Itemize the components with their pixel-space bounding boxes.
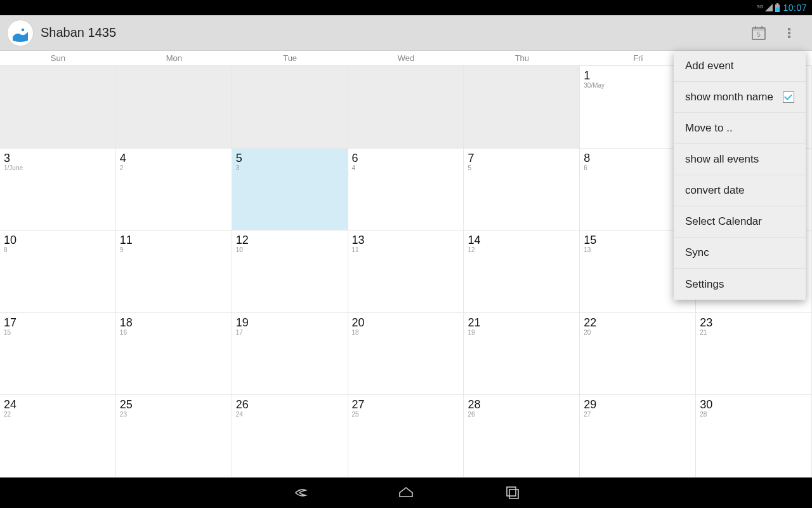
gregorian-sub-label: 10 [236, 247, 344, 253]
menu-item-label: Settings [685, 278, 724, 291]
menu-sync[interactable]: Sync [674, 237, 806, 269]
svg-rect-11 [788, 36, 790, 38]
calendar-cell[interactable]: 2927 [580, 395, 696, 478]
menu-settings[interactable]: Settings [674, 269, 806, 300]
gregorian-sub-label: 9 [120, 247, 228, 253]
day-number: 19 [236, 317, 344, 328]
calendar-cell [464, 66, 580, 149]
weekday-label: Thu [464, 51, 580, 66]
gregorian-sub-label: 19 [468, 330, 575, 336]
calendar-cell [116, 66, 232, 149]
gregorian-sub-label: 17 [236, 330, 344, 336]
page-title[interactable]: Shaban 1435 [41, 25, 116, 40]
day-number: 4 [120, 152, 228, 164]
svg-rect-13 [509, 490, 518, 498]
calendar-cell[interactable]: 2321 [696, 313, 812, 396]
calendar-cell[interactable]: 2018 [348, 313, 464, 396]
calendar-cell[interactable]: 42 [116, 149, 232, 231]
calendar-cell[interactable]: 1412 [464, 231, 580, 313]
menu-item-label: show month name [685, 91, 773, 104]
svg-rect-12 [507, 487, 516, 496]
menu-item-label: convert date [685, 184, 745, 197]
calendar-cell[interactable]: 2725 [348, 395, 464, 478]
gregorian-sub-label: 5 [468, 165, 575, 171]
overflow-menu: Add event show month name Move to .. sho… [674, 51, 806, 300]
calendar-cell[interactable]: 2624 [232, 395, 348, 478]
weekday-label: Tue [232, 51, 348, 66]
menu-show-all-events[interactable]: show all events [674, 144, 806, 175]
today-badge-number: 5 [757, 31, 761, 38]
overflow-menu-button[interactable] [774, 18, 804, 48]
calendar-cell[interactable]: 1917 [232, 313, 348, 396]
calendar-cell[interactable]: 64 [348, 149, 464, 231]
day-number: 14 [468, 234, 575, 246]
calendar-cell[interactable]: 2523 [116, 395, 232, 478]
weekday-label: Wed [348, 51, 464, 66]
calendar-cell[interactable]: 53 [232, 149, 348, 231]
calendar-cell[interactable]: 1816 [116, 313, 232, 396]
gregorian-sub-label: 23 [120, 411, 228, 418]
svg-point-4 [22, 28, 24, 30]
day-number: 7 [468, 152, 575, 164]
calendar-cell[interactable]: 2826 [464, 395, 580, 478]
day-number: 12 [236, 234, 344, 246]
app-icon[interactable] [8, 20, 33, 46]
day-number: 27 [352, 399, 460, 410]
calendar-cell[interactable]: 2119 [464, 313, 580, 396]
calendar-cell[interactable]: 3028 [696, 395, 812, 478]
menu-show-month-name[interactable]: show month name [674, 82, 806, 113]
calendar-cell[interactable]: 1311 [348, 231, 464, 313]
svg-rect-1 [776, 3, 778, 4]
calendar-cell[interactable]: 1210 [232, 231, 348, 313]
back-button[interactable] [284, 478, 315, 508]
day-number: 29 [584, 399, 691, 410]
day-number: 11 [120, 234, 228, 246]
gregorian-sub-label: 21 [700, 330, 808, 336]
menu-item-label: show all events [685, 153, 759, 166]
calendar-cell [348, 66, 464, 149]
app-bar: Shaban 1435 5 [0, 15, 812, 51]
gregorian-sub-label: 11 [352, 247, 460, 253]
weekday-label: Sun [0, 51, 116, 66]
calendar-cell[interactable]: 2220 [580, 313, 696, 396]
android-status-bar: 3G 10:07 [0, 0, 812, 15]
gregorian-sub-label: 18 [352, 330, 460, 336]
menu-item-label: Add event [685, 60, 734, 72]
gregorian-sub-label: 27 [584, 411, 691, 418]
calendar-cell[interactable]: 119 [116, 231, 232, 313]
home-button[interactable] [391, 478, 421, 508]
day-number: 28 [468, 399, 575, 410]
signal-icon [764, 3, 773, 12]
menu-convert-date[interactable]: convert date [674, 175, 806, 206]
day-number: 21 [468, 317, 575, 328]
network-label: 3G [757, 3, 764, 10]
gregorian-sub-label: 24 [236, 411, 344, 418]
menu-select-calendar[interactable]: Select Calendar [674, 206, 806, 237]
gregorian-sub-label: 28 [700, 411, 808, 418]
calendar-cell[interactable]: 75 [464, 149, 580, 231]
gregorian-sub-label: 8 [4, 247, 112, 253]
calendar-cell [0, 66, 116, 149]
day-number: 6 [352, 152, 460, 164]
checkbox-checked-icon[interactable] [783, 91, 794, 103]
gregorian-sub-label: 22 [4, 411, 112, 418]
gregorian-sub-label: 12 [468, 247, 575, 253]
day-number: 24 [4, 399, 112, 410]
calendar-cell[interactable]: 2422 [0, 395, 116, 478]
gregorian-sub-label: 25 [352, 411, 460, 418]
day-number: 5 [236, 152, 344, 164]
day-number: 13 [352, 234, 460, 246]
menu-item-label: Sync [685, 246, 709, 259]
gregorian-sub-label: 15 [4, 330, 112, 336]
svg-rect-9 [788, 28, 790, 30]
calendar-cell[interactable]: 31/June [0, 149, 116, 231]
menu-add-event[interactable]: Add event [674, 51, 806, 82]
calendar-cell[interactable]: 108 [0, 231, 116, 313]
weekday-label: Mon [116, 51, 232, 66]
recents-button[interactable] [497, 478, 528, 508]
today-button[interactable]: 5 [743, 18, 774, 48]
gregorian-sub-label: 16 [120, 330, 228, 336]
menu-move-to[interactable]: Move to .. [674, 113, 806, 144]
calendar-cell[interactable]: 1715 [0, 313, 116, 396]
day-number: 25 [120, 399, 228, 410]
